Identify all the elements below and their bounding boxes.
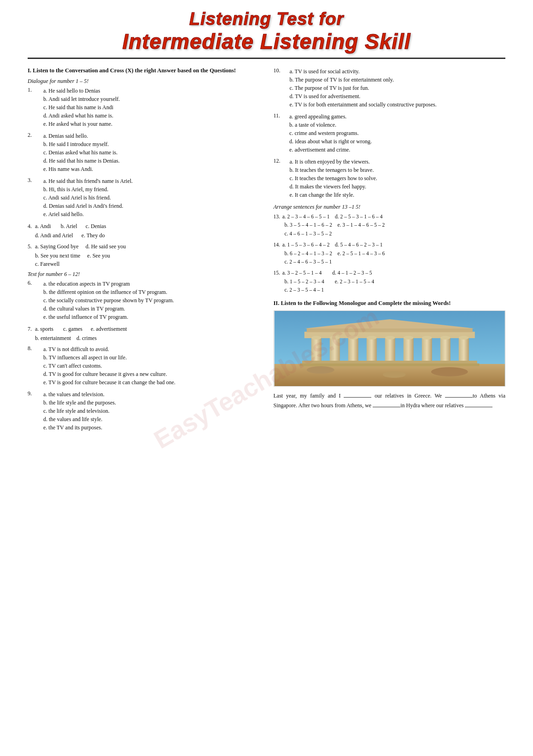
greece-image xyxy=(274,311,506,387)
option-item: c. Denias asked what his name is. xyxy=(43,148,120,157)
option-item: c. the life style and television. xyxy=(43,407,116,415)
option-item: e. the useful influence of TV program. xyxy=(43,313,174,321)
svg-rect-15 xyxy=(385,338,395,361)
question-4: 4. a. Andi b. Ariel c. Denias d. Andi an… xyxy=(28,222,260,240)
option-item: d. ideas about what is right or wrong. xyxy=(289,137,372,146)
option-item: d. TV is used for advertisement. xyxy=(290,92,437,100)
option-item: a. 1 – 5 – 3 – 6 – 4 – 2 d. 5 – 4 – 6 – … xyxy=(282,242,383,247)
option-item: a. It is often enjoyed by the viewers. xyxy=(290,158,377,166)
option-item: a. Denias said hello. xyxy=(43,132,120,140)
q-num: 10. xyxy=(274,67,281,110)
q-num: 11. xyxy=(274,112,281,155)
svg-point-20 xyxy=(422,336,432,340)
option-item: c. Andi said Ariel is his friend. xyxy=(43,193,133,202)
option-list: a. TV is not difficult to avoid. b. TV i… xyxy=(43,345,176,387)
svg-point-26 xyxy=(431,367,468,376)
option-list: a. greed appealing games. b. a taste of … xyxy=(289,112,372,154)
option-item: c. 4 – 6 – 1 – 3 – 5 – 2 xyxy=(285,231,332,236)
q-num: 5. xyxy=(28,243,32,250)
question-5: 5. a. Saying Good bye d. He said see you… xyxy=(28,242,260,268)
option-item: c. the socially constructive purpose sho… xyxy=(43,296,174,305)
question-11: 11. a. greed appealing games. b. a taste… xyxy=(274,112,506,155)
question-3: 3. a. He said that his friend's name is … xyxy=(28,177,260,219)
question-14: 14. a. 1 – 5 – 3 – 6 – 4 – 2 d. 5 – 4 – … xyxy=(274,240,506,266)
option-item: e. Ariel said hello. xyxy=(43,210,133,218)
option-item: a. the values and television. xyxy=(43,390,116,399)
option-item: a. sports c. games e. advertisement xyxy=(35,326,127,332)
page-header: Listening Test for Intermediate Listenin… xyxy=(28,9,505,59)
question-6: 6. a. the education aspects in TV progra… xyxy=(28,280,260,322)
option-item: b. He said I introduce myself. xyxy=(43,140,120,148)
option-item: a. 2 – 3 – 4 – 6 – 5 – 1 d. 2 – 5 – 3 – … xyxy=(282,214,383,219)
option-item: b. The purpose of TV is for entertainmen… xyxy=(290,76,437,84)
option-item: e. advertisement and crime. xyxy=(289,146,372,154)
svg-point-22 xyxy=(440,336,450,340)
q-num: 8. xyxy=(28,345,34,387)
arrange-note: Arrange sentences for number 13 –1 5! xyxy=(274,204,506,211)
option-item: b. Hi, this is Ariel, my friend. xyxy=(43,185,133,193)
option-item: a. TV is not difficult to avoid. xyxy=(43,345,176,353)
svg-point-18 xyxy=(403,336,413,340)
option-item: c. crime and western programs. xyxy=(289,129,372,137)
option-item: d. Andi and Ariel e. They do xyxy=(35,232,105,239)
svg-rect-13 xyxy=(366,338,376,361)
option-item: b. entertainment d. crimes xyxy=(35,335,97,341)
svg-rect-19 xyxy=(422,338,432,361)
option-item: a. greed appealing games. xyxy=(289,112,372,121)
content-area: I. Listen to the Conversation and Cross … xyxy=(28,67,505,435)
svg-rect-23 xyxy=(458,338,469,361)
q-num: 2. xyxy=(28,132,34,174)
q-num: 3. xyxy=(28,177,34,219)
svg-rect-7 xyxy=(311,338,321,361)
q-num: 6. xyxy=(28,280,34,322)
q-num: 4. xyxy=(28,223,32,229)
option-item: b. 3 – 5 – 4 – 1 – 6 – 2 e. 3 – 1 – 4 – … xyxy=(285,222,385,228)
dialogue-note: Dialogue for number 1 – 5! xyxy=(28,78,260,85)
question-12: 12. a. It is often enjoyed by the viewer… xyxy=(274,158,506,200)
option-item: d. TV is good for culture because it giv… xyxy=(43,370,176,378)
svg-rect-3 xyxy=(299,363,479,366)
svg-point-16 xyxy=(385,336,395,340)
option-item: e. TV is for both entertainment and soci… xyxy=(290,100,437,109)
q-num: 15. xyxy=(274,270,280,275)
option-item: b. a taste of violence. xyxy=(289,121,372,129)
q-num: 1. xyxy=(28,87,34,129)
title-block: Listening Test for Intermediate Listenin… xyxy=(28,9,505,59)
text-note: Text for number 6 – 12! xyxy=(28,271,260,278)
option-list: a. the education aspects in TV program b… xyxy=(43,280,174,321)
title-line2: Intermediate Listening Skill xyxy=(28,29,505,54)
option-item: a. the education aspects in TV program xyxy=(43,280,174,288)
monologue-text: Last year, my family and I our relatives… xyxy=(274,391,506,411)
option-item: a. Andi b. Ariel c. Denias xyxy=(35,223,106,229)
option-item: e. the TV and its purposes. xyxy=(43,423,116,432)
option-item: b. Andi said let introduce yourself. xyxy=(43,95,120,103)
svg-rect-21 xyxy=(440,338,450,361)
option-list: a. TV is used for social activity. b. Th… xyxy=(290,67,437,109)
right-column: 10. a. TV is used for social activity. b… xyxy=(274,67,506,435)
left-column: I. Listen to the Conversation and Cross … xyxy=(28,67,260,435)
question-9: 9. a. the values and television. b. the … xyxy=(28,390,260,433)
blank-4 xyxy=(465,401,492,407)
option-list: a. Denias said hello. b. He said I intro… xyxy=(43,132,120,173)
option-item: c. TV can't affect customs. xyxy=(43,362,176,370)
question-2: 2. a. Denias said hello. b. He said I in… xyxy=(28,132,260,174)
option-list: a. He said hello to Denias b. Andi said … xyxy=(43,87,120,128)
option-item: a. Saying Good bye d. He said see you xyxy=(35,243,126,250)
option-item: c. 2 – 4 – 6 – 3 – 5 – 1 xyxy=(285,259,332,264)
title-line1: Listening Test for xyxy=(28,9,505,29)
q-num: 7. xyxy=(28,326,32,332)
svg-point-27 xyxy=(382,371,405,378)
question-7: 7. a. sports c. games e. advertisement b… xyxy=(28,325,260,342)
and-word: and xyxy=(328,393,335,399)
greece-svg xyxy=(274,311,505,387)
question-10: 10. a. TV is used for social activity. b… xyxy=(274,67,506,110)
q-num: 9. xyxy=(28,390,34,433)
option-item: c. He said that his name is Andi xyxy=(43,103,120,111)
q-num: 14. xyxy=(274,242,280,247)
option-item: c. Farewell xyxy=(35,261,59,267)
option-item: c. The purpose of TV is just for fun. xyxy=(290,84,437,92)
svg-point-10 xyxy=(329,336,340,340)
option-item: d. Denias said Ariel is Andi's friend. xyxy=(43,202,133,210)
svg-point-12 xyxy=(348,336,358,340)
option-item: b. the life style and the purposes. xyxy=(43,399,116,407)
